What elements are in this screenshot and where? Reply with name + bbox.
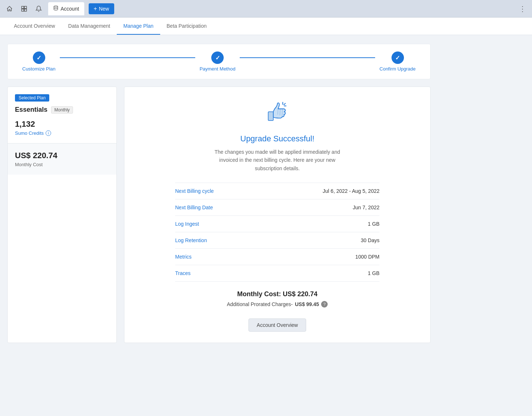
svg-rect-0 <box>22 6 24 8</box>
step-confirm-upgrade: ✓ Confirm Upgrade <box>379 51 416 72</box>
main-content: ✓ Customize Plan ✓ Payment Method ✓ Conf… <box>0 35 438 352</box>
plan-cycle-badge: Monthly <box>51 106 73 114</box>
upgrade-desc: The changes you made will be applied imm… <box>208 148 347 172</box>
traces-value: 1 GB <box>368 270 379 276</box>
new-button-label: New <box>99 6 109 12</box>
prorated-value: US$ 99.45 <box>295 301 319 307</box>
left-panel-bottom: US$ 220.74 Monthly Cost <box>8 144 116 175</box>
sub-nav: Account Overview Data Management Manage … <box>0 18 532 35</box>
billing-cycle-value: Jul 6, 2022 - Aug 5, 2022 <box>323 188 379 194</box>
log-retention-value: 30 Days <box>361 237 379 243</box>
account-tab-label: Account <box>61 6 79 12</box>
stepper: ✓ Customize Plan ✓ Payment Method ✓ Conf… <box>7 44 431 79</box>
step-connector-1 <box>60 57 195 58</box>
billing-cycle-label: Next Billing cycle <box>175 188 214 194</box>
step-circle-2: ✓ <box>211 51 224 64</box>
svg-rect-5 <box>268 112 273 121</box>
left-panel: Selected Plan Essentials Monthly 1,132 S… <box>7 87 117 343</box>
svg-rect-2 <box>22 9 24 11</box>
details-table: Next Billing cycle Jul 6, 2022 - Aug 5, … <box>175 183 379 282</box>
credits-label: Sumo Credits i <box>15 130 109 136</box>
billing-date-value: Jun 7, 2022 <box>353 205 379 210</box>
plan-name-row: Essentials Monthly <box>15 106 109 114</box>
step-connector-2 <box>240 57 375 58</box>
account-tab[interactable]: Account <box>48 2 84 15</box>
account-overview-button[interactable]: Account Overview <box>248 318 307 332</box>
selected-plan-badge: Selected Plan <box>15 94 49 102</box>
thumbs-up-container <box>263 98 292 128</box>
new-button[interactable]: + New <box>89 3 114 14</box>
step-label-3: Confirm Upgrade <box>379 66 416 72</box>
subnav-account-overview[interactable]: Account Overview <box>7 18 62 35</box>
more-options-icon[interactable]: ⋮ <box>516 4 529 13</box>
step-circle-1: ✓ <box>33 51 45 64</box>
left-panel-top: Selected Plan Essentials Monthly 1,132 S… <box>8 87 116 144</box>
log-retention-label: Log Retention <box>175 237 207 243</box>
svg-line-10 <box>284 103 285 105</box>
subnav-beta-participation[interactable]: Beta Participation <box>160 18 213 35</box>
files-icon[interactable] <box>18 2 31 15</box>
traces-label: Traces <box>175 270 190 276</box>
upgrade-title: Upgrade Successful! <box>240 134 315 144</box>
prorated-help-icon[interactable]: ? <box>321 301 328 308</box>
billing-date-label: Next Billing Date <box>175 205 213 210</box>
bell-icon[interactable] <box>32 2 45 15</box>
prorated-label: Additional Prorated Charges- <box>227 301 293 307</box>
monthly-cost-value: US$ 220.74 <box>15 151 109 160</box>
log-ingest-value: 1 GB <box>368 221 379 227</box>
subnav-manage-plan[interactable]: Manage Plan <box>117 18 160 35</box>
credits-value: 1,132 <box>15 119 109 129</box>
step-customize-plan: ✓ Customize Plan <box>22 51 55 72</box>
details-row-metrics: Metrics 1000 DPM <box>175 249 379 265</box>
details-row-log-ingest: Log Ingest 1 GB <box>175 216 379 232</box>
step-payment-method: ✓ Payment Method <box>200 51 235 72</box>
prorated-charges: Additional Prorated Charges- US$ 99.45 ? <box>227 301 328 308</box>
svg-rect-3 <box>24 9 27 11</box>
plus-icon: + <box>94 5 97 12</box>
monthly-cost-label: Monthly Cost <box>15 162 109 167</box>
details-row-billing-date: Next Billing Date Jun 7, 2022 <box>175 199 379 216</box>
details-row-log-retention: Log Retention 30 Days <box>175 232 379 249</box>
subnav-data-management[interactable]: Data Management <box>62 18 117 35</box>
metrics-label: Metrics <box>175 254 192 260</box>
top-bar: Account + New ⋮ <box>0 0 532 18</box>
svg-point-4 <box>54 6 58 7</box>
content-area: Selected Plan Essentials Monthly 1,132 S… <box>7 87 431 343</box>
step-circle-3: ✓ <box>392 51 404 64</box>
step-label-2: Payment Method <box>200 66 235 72</box>
monthly-cost-total: Monthly Cost: US$ 220.74 <box>237 290 317 298</box>
plan-name: Essentials <box>15 106 47 114</box>
db-icon <box>53 5 58 12</box>
home-icon[interactable] <box>3 2 16 15</box>
step-label-1: Customize Plan <box>22 66 55 72</box>
metrics-value: 1000 DPM <box>355 254 379 260</box>
right-panel: Upgrade Successful! The changes you made… <box>124 87 431 343</box>
details-row-billing-cycle: Next Billing cycle Jul 6, 2022 - Aug 5, … <box>175 183 379 199</box>
details-row-traces: Traces 1 GB <box>175 265 379 282</box>
log-ingest-label: Log Ingest <box>175 221 199 227</box>
svg-rect-1 <box>24 6 27 8</box>
credits-info-icon[interactable]: i <box>46 130 51 136</box>
